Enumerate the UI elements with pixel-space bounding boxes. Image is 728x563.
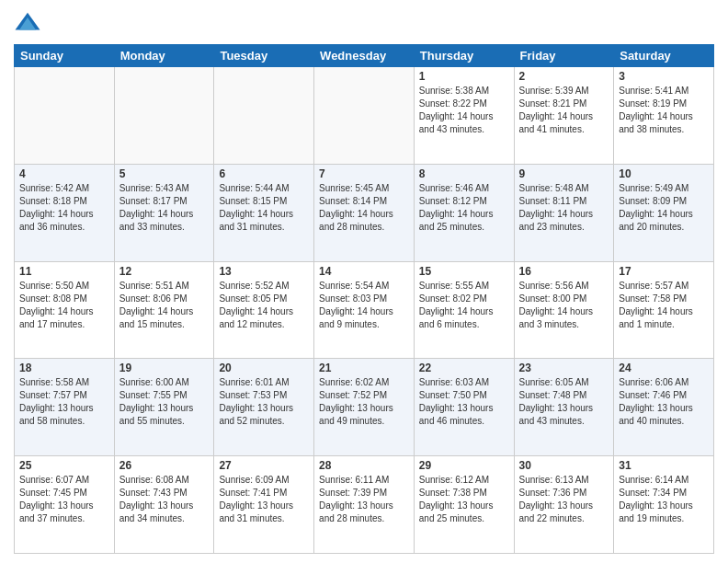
day-info: Sunrise: 5:48 AM Sunset: 8:11 PM Dayligh…: [519, 182, 609, 234]
calendar-header-monday: Monday: [114, 45, 214, 67]
day-info: Sunrise: 5:51 AM Sunset: 8:06 PM Dayligh…: [119, 280, 210, 331]
calendar-cell: 23Sunrise: 6:05 AM Sunset: 7:48 PM Dayli…: [514, 359, 614, 456]
day-info: Sunrise: 6:03 AM Sunset: 7:50 PM Dayligh…: [419, 376, 509, 428]
calendar-cell: 6Sunrise: 5:44 AM Sunset: 8:15 PM Daylig…: [214, 164, 314, 261]
day-info: Sunrise: 6:06 AM Sunset: 7:46 PM Dayligh…: [619, 376, 709, 428]
day-info: Sunrise: 5:55 AM Sunset: 8:02 PM Dayligh…: [419, 280, 509, 331]
calendar-cell: 7Sunrise: 5:45 AM Sunset: 8:14 PM Daylig…: [314, 164, 415, 261]
calendar-cell: 13Sunrise: 5:52 AM Sunset: 8:05 PM Dayli…: [214, 261, 314, 359]
day-number: 21: [319, 362, 409, 374]
day-number: 24: [619, 362, 709, 374]
calendar-cell: 27Sunrise: 6:09 AM Sunset: 7:41 PM Dayli…: [214, 456, 314, 554]
calendar-cell: 26Sunrise: 6:08 AM Sunset: 7:43 PM Dayli…: [114, 456, 214, 554]
day-number: 14: [319, 265, 409, 278]
day-info: Sunrise: 5:57 AM Sunset: 7:58 PM Dayligh…: [619, 280, 709, 331]
calendar-header-thursday: Thursday: [414, 45, 514, 67]
day-info: Sunrise: 5:56 AM Sunset: 8:00 PM Dayligh…: [519, 280, 609, 331]
calendar-header-sunday: Sunday: [15, 45, 115, 67]
day-info: Sunrise: 6:07 AM Sunset: 7:45 PM Dayligh…: [19, 474, 109, 525]
calendar-cell: 8Sunrise: 5:46 AM Sunset: 8:12 PM Daylig…: [414, 164, 514, 261]
calendar-cell: 9Sunrise: 5:48 AM Sunset: 8:11 PM Daylig…: [514, 164, 614, 261]
day-info: Sunrise: 6:05 AM Sunset: 7:48 PM Dayligh…: [519, 376, 609, 428]
day-info: Sunrise: 6:01 AM Sunset: 7:53 PM Dayligh…: [219, 376, 309, 428]
day-info: Sunrise: 5:41 AM Sunset: 8:19 PM Dayligh…: [619, 85, 709, 136]
day-number: 30: [519, 459, 609, 472]
day-number: 4: [19, 167, 109, 180]
calendar-header-tuesday: Tuesday: [214, 45, 314, 67]
calendar-cell: [15, 67, 115, 165]
day-number: 15: [419, 265, 509, 278]
calendar-week-row: 11Sunrise: 5:50 AM Sunset: 8:08 PM Dayli…: [15, 261, 714, 359]
day-number: 17: [619, 265, 709, 278]
day-info: Sunrise: 5:45 AM Sunset: 8:14 PM Dayligh…: [319, 182, 409, 234]
day-number: 20: [219, 362, 309, 374]
day-number: 13: [219, 265, 309, 278]
day-info: Sunrise: 5:42 AM Sunset: 8:18 PM Dayligh…: [19, 182, 109, 234]
calendar-cell: [114, 67, 214, 165]
calendar-cell: 19Sunrise: 6:00 AM Sunset: 7:55 PM Dayli…: [114, 359, 214, 456]
day-info: Sunrise: 6:14 AM Sunset: 7:34 PM Dayligh…: [619, 474, 709, 525]
calendar-header-row: SundayMondayTuesdayWednesdayThursdayFrid…: [15, 45, 714, 67]
day-number: 5: [119, 167, 210, 180]
day-number: 16: [519, 265, 609, 278]
logo-icon: [14, 9, 41, 37]
calendar-cell: 22Sunrise: 6:03 AM Sunset: 7:50 PM Dayli…: [414, 359, 514, 456]
day-number: 2: [519, 70, 609, 83]
calendar-table: SundayMondayTuesdayWednesdayThursdayFrid…: [14, 44, 714, 554]
day-info: Sunrise: 6:12 AM Sunset: 7:38 PM Dayligh…: [419, 474, 509, 525]
day-number: 6: [219, 167, 309, 180]
day-info: Sunrise: 6:00 AM Sunset: 7:55 PM Dayligh…: [119, 376, 210, 428]
day-number: 10: [619, 167, 709, 180]
calendar-cell: 1Sunrise: 5:38 AM Sunset: 8:22 PM Daylig…: [414, 67, 514, 165]
day-number: 3: [619, 70, 709, 83]
day-number: 19: [119, 362, 210, 374]
calendar-header-friday: Friday: [514, 45, 614, 67]
calendar-cell: 3Sunrise: 5:41 AM Sunset: 8:19 PM Daylig…: [614, 67, 714, 165]
day-number: 7: [319, 167, 409, 180]
day-number: 29: [419, 459, 509, 472]
day-number: 1: [419, 70, 509, 83]
calendar-cell: [214, 67, 314, 165]
calendar-week-row: 1Sunrise: 5:38 AM Sunset: 8:22 PM Daylig…: [15, 67, 714, 165]
calendar-cell: 17Sunrise: 5:57 AM Sunset: 7:58 PM Dayli…: [614, 261, 714, 359]
day-info: Sunrise: 6:09 AM Sunset: 7:41 PM Dayligh…: [219, 474, 309, 525]
calendar-cell: 30Sunrise: 6:13 AM Sunset: 7:36 PM Dayli…: [514, 456, 614, 554]
day-number: 8: [419, 167, 509, 180]
day-number: 28: [319, 459, 409, 472]
day-number: 12: [119, 265, 210, 278]
day-info: Sunrise: 5:43 AM Sunset: 8:17 PM Dayligh…: [119, 182, 210, 234]
calendar-week-row: 4Sunrise: 5:42 AM Sunset: 8:18 PM Daylig…: [15, 164, 714, 261]
day-info: Sunrise: 5:58 AM Sunset: 7:57 PM Dayligh…: [19, 376, 109, 428]
calendar-cell: 24Sunrise: 6:06 AM Sunset: 7:46 PM Dayli…: [614, 359, 714, 456]
day-info: Sunrise: 6:08 AM Sunset: 7:43 PM Dayligh…: [119, 474, 210, 525]
page: SundayMondayTuesdayWednesdayThursdayFrid…: [0, 0, 728, 563]
calendar-header-saturday: Saturday: [614, 45, 714, 67]
day-info: Sunrise: 5:38 AM Sunset: 8:22 PM Dayligh…: [419, 85, 509, 136]
day-info: Sunrise: 6:13 AM Sunset: 7:36 PM Dayligh…: [519, 474, 609, 525]
calendar-cell: 11Sunrise: 5:50 AM Sunset: 8:08 PM Dayli…: [15, 261, 115, 359]
day-number: 9: [519, 167, 609, 180]
logo: [14, 9, 45, 37]
day-number: 18: [19, 362, 109, 374]
calendar-cell: 28Sunrise: 6:11 AM Sunset: 7:39 PM Dayli…: [314, 456, 415, 554]
day-number: 22: [419, 362, 509, 374]
calendar-cell: 16Sunrise: 5:56 AM Sunset: 8:00 PM Dayli…: [514, 261, 614, 359]
day-info: Sunrise: 5:44 AM Sunset: 8:15 PM Dayligh…: [219, 182, 309, 234]
day-number: 31: [619, 459, 709, 472]
day-number: 11: [19, 265, 109, 278]
calendar-cell: 14Sunrise: 5:54 AM Sunset: 8:03 PM Dayli…: [314, 261, 415, 359]
day-number: 23: [519, 362, 609, 374]
calendar-week-row: 18Sunrise: 5:58 AM Sunset: 7:57 PM Dayli…: [15, 359, 714, 456]
header: [14, 9, 714, 37]
calendar-cell: 4Sunrise: 5:42 AM Sunset: 8:18 PM Daylig…: [15, 164, 115, 261]
calendar-cell: 25Sunrise: 6:07 AM Sunset: 7:45 PM Dayli…: [15, 456, 115, 554]
day-info: Sunrise: 5:39 AM Sunset: 8:21 PM Dayligh…: [519, 85, 609, 136]
calendar-cell: 15Sunrise: 5:55 AM Sunset: 8:02 PM Dayli…: [414, 261, 514, 359]
day-number: 27: [219, 459, 309, 472]
day-info: Sunrise: 6:11 AM Sunset: 7:39 PM Dayligh…: [319, 474, 409, 525]
calendar-cell: 21Sunrise: 6:02 AM Sunset: 7:52 PM Dayli…: [314, 359, 415, 456]
day-info: Sunrise: 5:46 AM Sunset: 8:12 PM Dayligh…: [419, 182, 509, 234]
day-number: 25: [19, 459, 109, 472]
day-info: Sunrise: 5:49 AM Sunset: 8:09 PM Dayligh…: [619, 182, 709, 234]
calendar-cell: 29Sunrise: 6:12 AM Sunset: 7:38 PM Dayli…: [414, 456, 514, 554]
